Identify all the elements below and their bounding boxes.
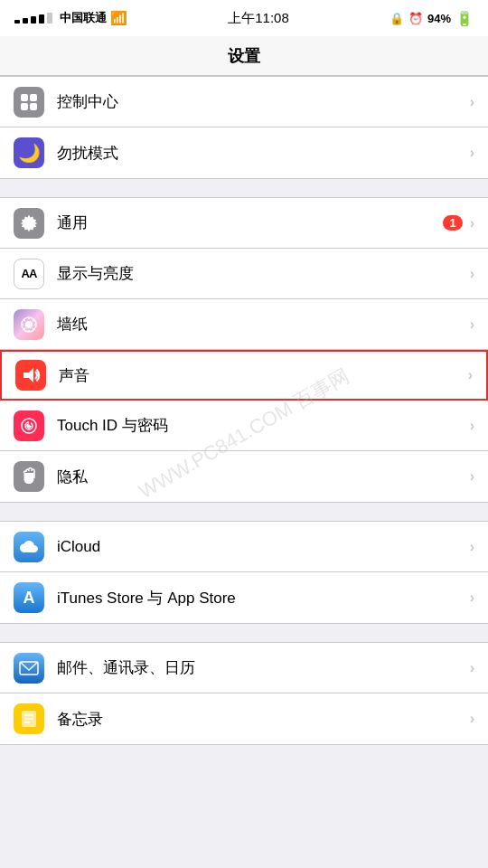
svg-point-8 bbox=[28, 424, 31, 427]
privacy-label: 隐私 bbox=[57, 467, 470, 487]
chevron-icon: › bbox=[470, 94, 474, 110]
svg-point-6 bbox=[25, 321, 33, 328]
chevron-icon: › bbox=[470, 418, 474, 434]
dnd-label: 勿扰模式 bbox=[57, 143, 470, 164]
lock-icon: 🔒 bbox=[389, 12, 404, 25]
sidebar-item-itunes[interactable]: A iTunes Store 与 App Store › bbox=[0, 572, 488, 623]
section-gap-2 bbox=[0, 503, 488, 521]
settings-group-3: iCloud › A iTunes Store 与 App Store › bbox=[0, 521, 488, 624]
navigation-bar: 设置 bbox=[0, 36, 488, 76]
settings-group-2: 通用 1 › AA 显示与亮度 › 墙纸 › bbox=[0, 197, 488, 503]
icloud-label: iCloud bbox=[57, 538, 470, 556]
itunes-label: iTunes Store 与 App Store bbox=[57, 588, 470, 609]
chevron-icon: › bbox=[470, 539, 474, 555]
time-display: 上午11:08 bbox=[228, 10, 289, 27]
section-gap-3 bbox=[0, 624, 488, 642]
mail-icon bbox=[14, 653, 44, 684]
battery-icon: 🔋 bbox=[455, 10, 474, 27]
touchid-label: Touch ID 与密码 bbox=[57, 415, 470, 436]
notes-label: 备忘录 bbox=[57, 709, 470, 730]
section-gap-1 bbox=[0, 179, 488, 197]
sidebar-item-touchid[interactable]: Touch ID 与密码 › bbox=[0, 401, 488, 451]
icloud-icon bbox=[14, 532, 44, 562]
signal-dots bbox=[14, 13, 52, 24]
control-center-label: 控制中心 bbox=[57, 91, 470, 112]
status-right: 🔒 ⏰ 94% 🔋 bbox=[389, 10, 474, 27]
sidebar-item-general[interactable]: 通用 1 › bbox=[0, 198, 488, 249]
status-bar: 中国联通 📶 上午11:08 🔒 ⏰ 94% 🔋 bbox=[0, 0, 488, 36]
mail-label: 邮件、通讯录、日历 bbox=[57, 657, 470, 678]
sidebar-item-dnd[interactable]: 🌙 勿扰模式 › bbox=[0, 127, 488, 178]
wifi-icon: 📶 bbox=[110, 10, 127, 26]
settings-group-4: 邮件、通讯录、日历 › 备忘录 › bbox=[0, 642, 488, 745]
sidebar-item-privacy[interactable]: 隐私 › bbox=[0, 451, 488, 502]
wallpaper-label: 墙纸 bbox=[57, 314, 470, 335]
sidebar-item-mail[interactable]: 邮件、通讯录、日历 › bbox=[0, 643, 488, 693]
svg-rect-0 bbox=[21, 94, 28, 101]
svg-rect-3 bbox=[30, 103, 37, 110]
chevron-icon: › bbox=[468, 367, 473, 383]
svg-marker-7 bbox=[23, 368, 33, 382]
wallpaper-icon bbox=[14, 309, 44, 340]
chevron-icon: › bbox=[470, 660, 474, 676]
svg-rect-2 bbox=[21, 103, 28, 110]
svg-rect-1 bbox=[30, 94, 37, 101]
chevron-icon: › bbox=[470, 468, 474, 485]
sidebar-item-control-center[interactable]: 控制中心 › bbox=[0, 77, 488, 127]
chevron-icon: › bbox=[470, 590, 474, 606]
sound-icon bbox=[15, 360, 46, 391]
sidebar-item-icloud[interactable]: iCloud › bbox=[0, 522, 488, 572]
chevron-icon: › bbox=[470, 266, 474, 282]
alarm-icon: ⏰ bbox=[408, 12, 423, 25]
control-center-icon bbox=[14, 87, 44, 118]
nav-title: 设置 bbox=[228, 45, 260, 67]
chevron-icon: › bbox=[470, 316, 474, 333]
sidebar-item-display[interactable]: AA 显示与亮度 › bbox=[0, 249, 488, 299]
touchid-icon bbox=[14, 410, 44, 441]
settings-group-1: 控制中心 › 🌙 勿扰模式 › bbox=[0, 76, 488, 179]
display-icon: AA bbox=[14, 259, 44, 289]
section-gap-4 bbox=[0, 745, 488, 763]
chevron-icon: › bbox=[470, 215, 474, 231]
sidebar-item-notes[interactable]: 备忘录 › bbox=[0, 693, 488, 744]
status-left: 中国联通 📶 bbox=[14, 10, 127, 26]
battery-label: 94% bbox=[427, 12, 451, 25]
privacy-icon bbox=[14, 461, 44, 492]
dnd-icon: 🌙 bbox=[14, 137, 44, 168]
itunes-icon: A bbox=[14, 582, 44, 613]
display-label: 显示与亮度 bbox=[57, 263, 470, 284]
sound-label: 声音 bbox=[59, 365, 468, 386]
chevron-icon: › bbox=[470, 711, 474, 727]
general-badge: 1 bbox=[443, 215, 462, 231]
general-label: 通用 bbox=[57, 212, 443, 233]
general-icon bbox=[14, 208, 44, 239]
sidebar-item-sound[interactable]: 声音 › bbox=[0, 350, 488, 401]
sidebar-item-wallpaper[interactable]: 墙纸 › bbox=[0, 299, 488, 350]
settings-list: 控制中心 › 🌙 勿扰模式 › 通用 1 › AA 显示与亮度 bbox=[0, 76, 488, 868]
carrier-label: 中国联通 bbox=[60, 10, 107, 26]
notes-icon bbox=[14, 703, 44, 734]
chevron-icon: › bbox=[470, 145, 474, 161]
